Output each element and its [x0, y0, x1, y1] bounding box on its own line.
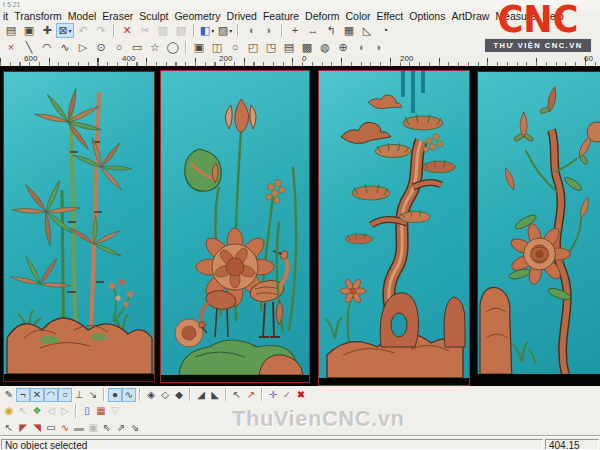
add-node-icon[interactable]: +	[286, 23, 304, 38]
node-edit-icon[interactable]: ✎	[2, 388, 16, 402]
measure-a-icon[interactable]: ◢	[194, 388, 208, 402]
frame-icon[interactable]: ▣	[86, 421, 100, 435]
select-arrow-icon[interactable]: ↖	[2, 421, 16, 435]
spline-icon[interactable]: ∿	[56, 40, 74, 55]
rotate-icon[interactable]: ↰	[322, 23, 340, 38]
pan-b-icon[interactable]: ⇗	[114, 421, 128, 435]
menu-effect[interactable]: Effect	[374, 10, 407, 22]
next-icon[interactable]: ▷	[58, 404, 72, 418]
polyline-icon[interactable]: ▷	[74, 40, 92, 55]
red-grid-icon[interactable]: ▦	[94, 404, 108, 418]
point-snap-icon[interactable]: ●	[108, 388, 122, 402]
relief-panel-4[interactable]	[478, 72, 600, 374]
ellipse-icon[interactable]: ○	[110, 40, 128, 55]
crosshair-icon[interactable]: ✚	[38, 23, 56, 38]
dash-rect-icon[interactable]: ▭	[44, 421, 58, 435]
lamp-icon[interactable]: ◉	[2, 404, 16, 418]
pick-node-icon[interactable]: ↖	[16, 404, 30, 418]
separator	[225, 388, 227, 401]
redo-icon[interactable]: ↷	[92, 23, 110, 38]
menu-transform[interactable]: Transform	[11, 10, 64, 22]
measure-b-icon[interactable]: ◣	[208, 388, 222, 402]
fill-color-icon[interactable]: ◧▾	[198, 23, 216, 38]
align-grid-icon[interactable]: ▤	[280, 40, 298, 55]
cut-icon[interactable]: ✂	[136, 23, 154, 38]
ring-array-icon[interactable]: ○	[226, 40, 244, 55]
paste-icon[interactable]: ▧	[172, 23, 190, 38]
fillet-in-icon[interactable]: ◤	[16, 421, 30, 435]
mesh-icon[interactable]: ▽	[108, 404, 122, 418]
center-circle-icon[interactable]: ⊙	[92, 40, 110, 55]
menu-color[interactable]: Color	[343, 10, 374, 22]
relief-view-icon[interactable]: ◗	[260, 23, 278, 38]
menu-feature[interactable]: Feature	[260, 10, 302, 22]
fillet-out-icon[interactable]: ◥	[30, 421, 44, 435]
pick-icon[interactable]: ↖	[230, 388, 244, 402]
bin-icon[interactable]: ◖	[352, 40, 370, 55]
relief-panel-1[interactable]	[4, 72, 154, 374]
material-view-icon[interactable]: ◖	[242, 23, 260, 38]
relief-panel-3[interactable]	[319, 71, 469, 378]
tangent-icon[interactable]: ↘	[86, 388, 100, 402]
pick-delete-icon[interactable]: ↗	[244, 388, 258, 402]
transform-node-icon[interactable]: ✛	[266, 388, 280, 402]
open-icon[interactable]: ▤	[2, 23, 20, 38]
arc-icon[interactable]: ◠	[38, 40, 56, 55]
menu-edit[interactable]: it	[0, 10, 11, 22]
clone-sheet-icon[interactable]: ▨▾	[216, 23, 234, 38]
mirror-h-icon[interactable]: ↔	[304, 23, 322, 38]
group-icon[interactable]: ▣	[190, 40, 208, 55]
weave-icon[interactable]: ▩	[298, 40, 316, 55]
stack-icon[interactable]: ◳	[262, 40, 280, 55]
slope-icon[interactable]: ◺	[358, 23, 376, 38]
delete-icon[interactable]: ✕	[118, 23, 136, 38]
menu-eraser[interactable]: Eraser	[99, 10, 136, 22]
prev-icon[interactable]: ◁	[44, 404, 58, 418]
dome-icon[interactable]: ◔	[376, 23, 394, 38]
pill-icon[interactable]: ▬	[72, 421, 86, 435]
circle-node-icon[interactable]: ○	[58, 388, 72, 402]
selection-box-1	[3, 71, 155, 382]
arc-node-icon[interactable]: ◠	[44, 388, 58, 402]
menu-options[interactable]: Options	[406, 10, 448, 22]
perpendicular-icon[interactable]: ⊥	[72, 388, 86, 402]
select-rect-icon[interactable]: ⊠▾	[56, 23, 74, 38]
cross-node-icon[interactable]: ✕	[30, 388, 44, 402]
menu-drived[interactable]: Drived	[224, 10, 260, 22]
model-canvas[interactable]	[0, 66, 600, 386]
snap-mid-icon[interactable]: ◈	[144, 388, 158, 402]
zoom-icon[interactable]: ⊕	[334, 40, 352, 55]
mirror-copy-icon[interactable]: ◫	[208, 40, 226, 55]
save-icon[interactable]: ▣	[20, 23, 38, 38]
status-message: No object selected	[1, 439, 543, 450]
snap-center-icon[interactable]: ◇	[158, 388, 172, 402]
array-copy-icon[interactable]: ▦	[340, 23, 358, 38]
menu-deform[interactable]: Deform	[302, 10, 342, 22]
pan-a-icon[interactable]: ⇖	[100, 421, 114, 435]
window-title: t 5.21	[3, 1, 21, 8]
copy-icon[interactable]: ▥	[154, 23, 172, 38]
node-color-icon[interactable]: ❖	[30, 404, 44, 418]
vase-icon[interactable]: ◗	[370, 40, 388, 55]
line-icon[interactable]: ╲	[20, 40, 38, 55]
pan-c-icon[interactable]: ⇘	[128, 421, 142, 435]
cube-icon[interactable]: ▯	[80, 404, 94, 418]
red-curve-icon[interactable]: ∿	[58, 421, 72, 435]
close-edit-icon[interactable]: ✖	[294, 388, 308, 402]
toolbar-node-edit: ✎¬✕◠○⊥↘●∿◈◇◆◢◣↖↗✛✓✖	[0, 386, 600, 404]
menu-geometry[interactable]: Geometry	[171, 10, 223, 22]
curve-point-icon[interactable]: ∿	[122, 388, 136, 402]
deselect-icon[interactable]: ×	[2, 40, 20, 55]
circle-icon[interactable]: ◯	[164, 40, 182, 55]
relief-panel-2[interactable]	[161, 71, 309, 375]
rectangle-icon[interactable]: ▭	[128, 40, 146, 55]
snap-quad-icon[interactable]: ◆	[172, 388, 186, 402]
menu-sculpt[interactable]: Sculpt	[136, 10, 171, 22]
menu-model[interactable]: Model	[65, 10, 100, 22]
undo-icon[interactable]: ↶	[74, 23, 92, 38]
image-icon[interactable]: ◍	[316, 40, 334, 55]
offset-icon[interactable]: ◰	[244, 40, 262, 55]
trim-icon[interactable]: ✓	[280, 388, 294, 402]
corner-node-icon[interactable]: ¬	[16, 388, 30, 402]
star-icon[interactable]: ☆	[146, 40, 164, 55]
